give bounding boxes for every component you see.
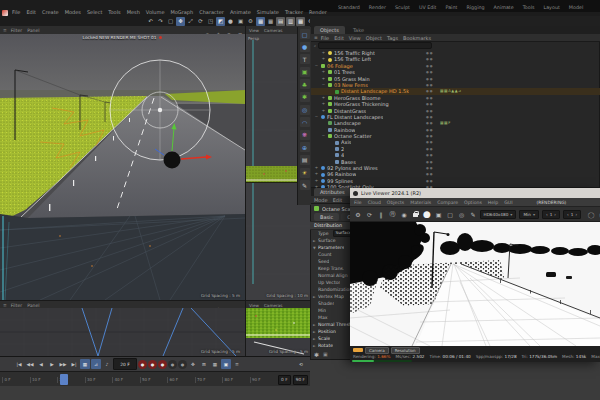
lv-chip[interactable]: Resolution: [391, 347, 420, 354]
range-start-field[interactable]: 0 F: [278, 375, 291, 385]
transport-button[interactable]: ▣: [221, 359, 231, 369]
toolbar-button[interactable]: ▥: [286, 17, 295, 26]
om-menu-item[interactable]: Edit: [334, 35, 344, 41]
viewport-panel-menu[interactable]: Panel: [27, 303, 39, 308]
viewport-view-menu[interactable]: View: [249, 28, 259, 33]
timeline-playhead[interactable]: [60, 374, 68, 385]
lv-right-button[interactable]: ◯: [586, 209, 596, 219]
transport-button[interactable]: ◀◀: [25, 359, 35, 369]
tool-strip-icon[interactable]: ▣: [300, 67, 310, 77]
transport-button[interactable]: 20 F: [113, 358, 137, 370]
transport-button[interactable]: ▦: [80, 359, 90, 369]
material-swatch[interactable]: [353, 348, 363, 353]
layout-tab[interactable]: Layout: [544, 5, 560, 10]
live-viewer-titlebar[interactable]: Live Viewer 2024.1 (R2): [350, 188, 600, 198]
tool-strip-icon[interactable]: ☀: [300, 168, 310, 178]
lv-toolbar-button[interactable]: ⟳: [365, 209, 375, 219]
viewport-cameras-menu[interactable]: Cameras: [264, 28, 283, 33]
transport-button[interactable]: ◀: [36, 359, 46, 369]
transport-button[interactable]: ▶: [47, 359, 57, 369]
lv-toolbar-button[interactable]: Ⓡ: [388, 209, 398, 219]
layout-tab[interactable]: Paint: [446, 5, 458, 10]
lv-toolbar-button[interactable]: ✎: [468, 209, 478, 219]
om-burger-icon[interactable]: ≣: [314, 35, 318, 40]
attr-menu-mode[interactable]: Mode: [314, 197, 328, 203]
layout-tab[interactable]: Render: [369, 5, 386, 10]
viewport-main-canvas[interactable]: [0, 34, 245, 300]
menu-item[interactable]: Modes: [65, 9, 81, 15]
viewport-cameras-menu[interactable]: Cameras: [264, 303, 283, 308]
transport-button[interactable]: ⊞: [199, 359, 209, 369]
camera-label[interactable]: Locked NEW RENDER ME SHOT 01: [83, 35, 157, 40]
tab-attributes[interactable]: Attributes: [314, 188, 351, 196]
viewport-burger-icon[interactable]: ≡: [3, 28, 7, 33]
stepper-inc-icon[interactable]: ›: [575, 212, 577, 217]
om-menu-item[interactable]: File: [321, 35, 329, 41]
tool-strip-icon[interactable]: ◠: [300, 117, 310, 127]
transport-button[interactable]: ▦: [210, 359, 220, 369]
viewport-filter-menu[interactable]: Filter: [11, 303, 22, 308]
range-end-field[interactable]: 90 F: [293, 375, 308, 385]
tool-strip-icon[interactable]: ◎: [300, 105, 310, 115]
lv-toolbar-button[interactable]: ‖: [376, 209, 386, 219]
stepper-1[interactable]: ‹1›: [542, 210, 560, 219]
toolbar-button[interactable]: ↷: [156, 17, 165, 26]
tool-strip-icon[interactable]: ❋: [300, 130, 310, 140]
viewport-view-menu[interactable]: View: [249, 303, 259, 308]
layout-tab[interactable]: UV Edit: [419, 5, 437, 10]
lv-menu-item[interactable]: File: [354, 200, 362, 205]
menu-item[interactable]: Tracker: [285, 9, 303, 15]
menu-item[interactable]: Simulate: [257, 9, 279, 15]
lv-menu-item[interactable]: Compare: [437, 200, 458, 205]
tab-objects[interactable]: Objects: [314, 26, 345, 34]
transport-button[interactable]: ●: [178, 360, 187, 369]
tool-strip-icon[interactable]: ✱: [300, 92, 310, 102]
toolbar-button[interactable]: ⤢: [186, 17, 195, 26]
toolbar-button[interactable]: ✥: [176, 17, 185, 26]
kernel-select[interactable]: Min▾: [519, 210, 539, 219]
resolution-select[interactable]: HD640x480▾: [480, 210, 517, 219]
viewport-filter-menu[interactable]: Filter: [11, 28, 22, 33]
menu-item[interactable]: Character: [199, 9, 224, 15]
menu-item[interactable]: Render: [309, 9, 327, 15]
viewport-main[interactable]: Locked NEW RENDER ME SHOT 01 Grid Spacin…: [0, 34, 245, 300]
lv-chip[interactable]: Camera: [365, 347, 389, 354]
tool-strip-icon[interactable]: ▢: [300, 29, 310, 39]
search-input[interactable]: [318, 42, 432, 49]
lv-toolbar-button[interactable]: ◉: [399, 209, 409, 219]
stepper-dec-icon[interactable]: ‹: [567, 212, 569, 217]
transport-button[interactable]: ⊿: [91, 359, 101, 369]
menu-item[interactable]: Animate: [230, 9, 251, 15]
viewport-mini[interactable]: Grid Spacing : 5 m: [245, 308, 311, 356]
layout-tab[interactable]: Rigging: [466, 5, 484, 10]
menu-item[interactable]: Edit: [26, 9, 36, 15]
layout-tab[interactable]: Sculpt: [395, 5, 410, 10]
om-menu-item[interactable]: View: [349, 35, 361, 41]
scatter-tool-icon[interactable]: ✱: [314, 351, 319, 358]
menu-item[interactable]: Tools: [108, 9, 120, 15]
lv-menu-item[interactable]: Cloud: [368, 200, 381, 205]
transport-button[interactable]: ●: [168, 360, 177, 369]
tool-strip-icon[interactable]: ✎: [300, 180, 310, 190]
viewport-bottom[interactable]: Grid Spacing : 5 m: [0, 308, 245, 356]
transport-button[interactable]: ▶▶: [58, 359, 68, 369]
layout-tab[interactable]: Tools: [523, 5, 535, 10]
lv-menu-item[interactable]: GUI: [504, 200, 512, 205]
lv-menu-item[interactable]: Materials: [410, 200, 431, 205]
toolbar-button[interactable]: ▤: [276, 17, 285, 26]
toolbar-button[interactable]: ▦: [256, 17, 265, 26]
om-menu-item[interactable]: Tags: [387, 35, 398, 41]
lv-toolbar-button[interactable]: ▢: [445, 209, 455, 219]
toolbar-button[interactable]: ▦: [266, 17, 275, 26]
tool-strip-icon[interactable]: ●: [300, 42, 310, 52]
menu-item[interactable]: File: [12, 9, 20, 15]
stepper-inc-icon[interactable]: ›: [554, 212, 556, 217]
transport-button[interactable]: ▶|: [69, 359, 79, 369]
timeline-ruler[interactable]: 0 F10 F20 F30 F40 F50 F60 F70 F80 F90 F …: [0, 371, 310, 387]
layout-tab[interactable]: Model: [569, 5, 583, 10]
transport-button[interactable]: ♪: [102, 359, 112, 369]
tool-strip-icon[interactable]: ▤: [300, 155, 310, 165]
layout-tab[interactable]: Animate: [494, 5, 514, 10]
menu-item[interactable]: Mesh: [127, 9, 140, 15]
transport-button[interactable]: ⟲: [296, 359, 306, 369]
